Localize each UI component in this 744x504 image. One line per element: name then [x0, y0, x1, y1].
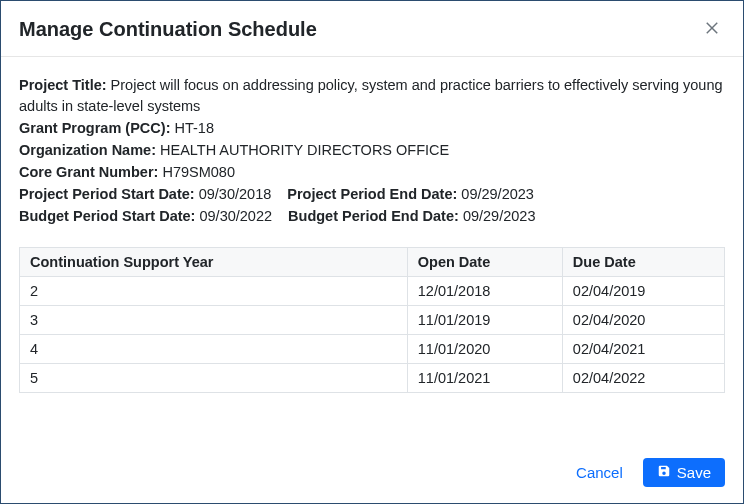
cancel-button[interactable]: Cancel [570, 458, 629, 487]
budget-period-end-value: 09/29/2023 [463, 208, 536, 224]
project-title-row: Project Title: Project will focus on add… [19, 75, 725, 117]
core-grant-number-row: Core Grant Number: H79SM080 [19, 162, 725, 183]
column-header-due-date: Due Date [562, 248, 724, 277]
project-period-end-label: Project Period End Date: [287, 186, 457, 202]
budget-period-end-label: Budget Period End Date: [288, 208, 459, 224]
modal-header: Manage Continuation Schedule [1, 1, 743, 57]
project-period-end-value: 09/29/2023 [461, 186, 534, 202]
save-button[interactable]: Save [643, 458, 725, 487]
table-row: 2 12/01/2018 02/04/2019 [20, 277, 725, 306]
modal-title: Manage Continuation Schedule [19, 18, 317, 41]
project-title-value: Project will focus on addressing policy,… [19, 77, 723, 114]
cell-due-date: 02/04/2019 [562, 277, 724, 306]
cell-open-date: 11/01/2020 [407, 335, 562, 364]
metadata-block: Project Title: Project will focus on add… [19, 75, 725, 227]
project-period-start-label: Project Period Start Date: [19, 186, 195, 202]
organization-name-value: HEALTH AUTHORITY DIRECTORS OFFICE [160, 142, 449, 158]
cell-year: 2 [20, 277, 408, 306]
core-grant-number-value: H79SM080 [162, 164, 235, 180]
table-row: 3 11/01/2019 02/04/2020 [20, 306, 725, 335]
cell-year: 4 [20, 335, 408, 364]
project-title-label: Project Title: [19, 77, 107, 93]
cell-due-date: 02/04/2022 [562, 364, 724, 393]
project-period-row: Project Period Start Date: 09/30/2018 Pr… [19, 184, 725, 205]
project-period-start-value: 09/30/2018 [199, 186, 272, 202]
table-row: 5 11/01/2021 02/04/2022 [20, 364, 725, 393]
core-grant-number-label: Core Grant Number: [19, 164, 158, 180]
organization-name-label: Organization Name: [19, 142, 156, 158]
save-icon [657, 464, 671, 481]
grant-program-label: Grant Program (PCC): [19, 120, 170, 136]
continuation-schedule-table: Continuation Support Year Open Date Due … [19, 247, 725, 393]
cell-due-date: 02/04/2021 [562, 335, 724, 364]
budget-period-row: Budget Period Start Date: 09/30/2022 Bud… [19, 206, 725, 227]
modal-body: Project Title: Project will focus on add… [1, 57, 743, 444]
table-row: 4 11/01/2020 02/04/2021 [20, 335, 725, 364]
grant-program-row: Grant Program (PCC): HT-18 [19, 118, 725, 139]
cell-open-date: 11/01/2019 [407, 306, 562, 335]
table-header-row: Continuation Support Year Open Date Due … [20, 248, 725, 277]
organization-name-row: Organization Name: HEALTH AUTHORITY DIRE… [19, 140, 725, 161]
close-button[interactable] [699, 15, 725, 44]
cell-year: 3 [20, 306, 408, 335]
budget-period-start-label: Budget Period Start Date: [19, 208, 195, 224]
budget-period-start-value: 09/30/2022 [199, 208, 272, 224]
column-header-open-date: Open Date [407, 248, 562, 277]
close-icon [703, 19, 721, 41]
column-header-year: Continuation Support Year [20, 248, 408, 277]
cell-open-date: 12/01/2018 [407, 277, 562, 306]
cell-open-date: 11/01/2021 [407, 364, 562, 393]
cell-due-date: 02/04/2020 [562, 306, 724, 335]
grant-program-value: HT-18 [175, 120, 215, 136]
save-button-label: Save [677, 464, 711, 481]
manage-continuation-schedule-modal: Manage Continuation Schedule Project Tit… [0, 0, 744, 504]
cell-year: 5 [20, 364, 408, 393]
modal-footer: Cancel Save [1, 444, 743, 503]
